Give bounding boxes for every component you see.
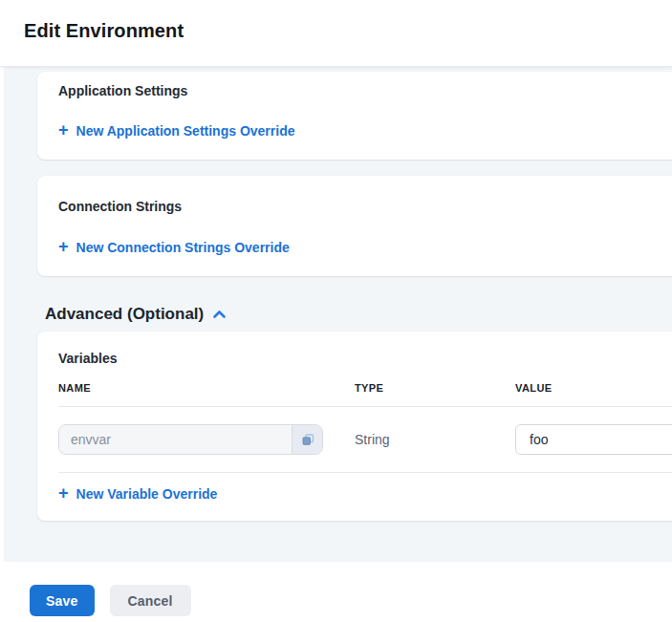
variable-type-text: String [355, 432, 390, 447]
save-button[interactable]: Save [30, 585, 95, 616]
column-header-name: NAME [58, 382, 355, 394]
variable-value-input[interactable] [515, 424, 672, 455]
column-header-type: TYPE [355, 382, 515, 394]
variables-table-header: NAME TYPE VALUE [58, 382, 672, 406]
variables-title: Variables [58, 351, 672, 366]
plus-icon: + [58, 486, 69, 500]
new-connection-strings-override-label: New Connection Strings Override [76, 240, 290, 255]
variable-name-input[interactable] [59, 425, 292, 454]
panel-footer: Save Cancel [0, 562, 672, 622]
variables-card: Variables NAME TYPE VALUE [37, 332, 672, 521]
cancel-button[interactable]: Cancel [110, 585, 191, 616]
new-application-settings-override-label: New Application Settings Override [76, 123, 295, 139]
variable-name-cell [58, 424, 355, 455]
new-variable-override-link[interactable]: + New Variable Override [58, 486, 217, 502]
chevron-up-icon [212, 310, 227, 319]
column-header-value: VALUE [515, 382, 672, 394]
variable-type-cell: String [355, 431, 515, 448]
new-connection-strings-override-link[interactable]: + New Connection Strings Override [58, 240, 290, 255]
new-application-settings-override-link[interactable]: + New Application Settings Override [58, 123, 295, 139]
advanced-section-toggle[interactable]: Advanced (Optional) [37, 305, 227, 324]
variable-name-input-group [58, 424, 323, 455]
connection-strings-card: Connection Strings + New Connection Stri… [37, 176, 672, 276]
advanced-section-title: Advanced (Optional) [45, 305, 204, 324]
application-settings-title: Application Settings [58, 83, 672, 98]
connection-strings-title: Connection Strings [58, 199, 672, 214]
variable-row: String [58, 406, 672, 473]
plus-icon: + [58, 240, 69, 253]
copy-button[interactable] [292, 425, 322, 454]
variable-value-cell [515, 424, 672, 455]
copy-icon [301, 433, 314, 446]
panel-header: Edit Environment [0, 0, 672, 67]
application-settings-card: Application Settings + New Application S… [37, 72, 672, 160]
page-title: Edit Environment [24, 20, 672, 42]
plus-icon: + [58, 123, 69, 137]
new-variable-override-label: New Variable Override [76, 486, 218, 502]
edit-environment-panel: Edit Environment Application Settings + … [0, 0, 672, 622]
panel-body: Application Settings + New Application S… [0, 67, 672, 562]
